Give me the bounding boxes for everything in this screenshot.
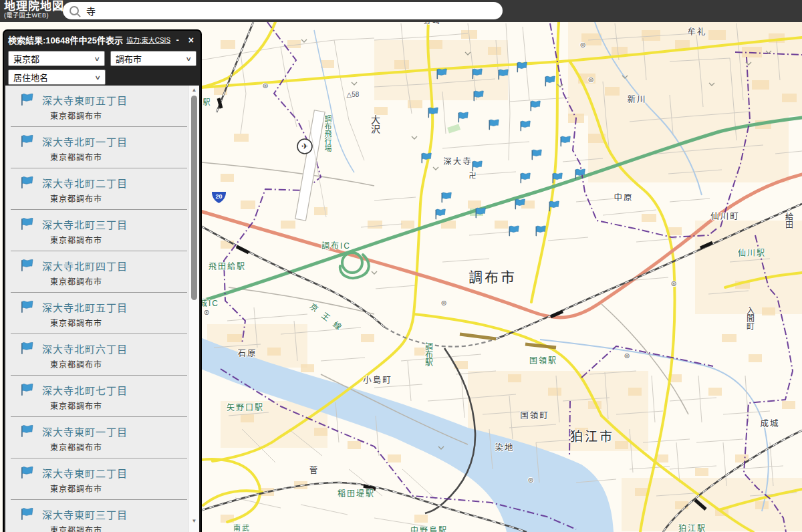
close-button[interactable]: × <box>187 35 195 45</box>
flag-icon <box>19 382 35 398</box>
scroll-up-arrow[interactable]: ▲ <box>189 86 199 94</box>
chevron-down-icon: ∨ <box>95 74 102 81</box>
search-icon <box>70 6 79 15</box>
result-item[interactable]: 深大寺北町二丁目 東京都調布市 <box>11 168 187 210</box>
result-address: 東京都調布市 <box>50 234 176 245</box>
result-address: 東京都調布市 <box>50 110 176 121</box>
result-title: 深大寺北町六丁目 <box>42 342 128 356</box>
panel-header: 検索結果:10648件中25件表示 協力:東大CSIS - × <box>4 31 200 47</box>
flag-icon <box>19 257 35 273</box>
result-title: 深大寺東町一丁目 <box>42 424 128 438</box>
chevron-down-icon: ∨ <box>94 55 101 62</box>
result-address: 東京都調布市 <box>50 358 176 370</box>
result-item[interactable]: 深大寺東町五丁目 東京都調布市 <box>11 86 187 127</box>
result-title: 深大寺北町二丁目 <box>42 176 128 190</box>
result-address: 東京都調布市 <box>50 275 176 287</box>
results-list: 深大寺東町五丁目 東京都調布市 深大寺北町一丁目 東京都調布市 深大寺北町二丁目… <box>5 86 199 532</box>
app-window: 野崎 牟礼 新川 大沢 調布飛行場 深大寺 中原 調布市 仙川町 給田 入間町 … <box>0 0 802 532</box>
credit-link[interactable]: 協力:東大CSIS <box>126 35 170 45</box>
scroll-down-arrow[interactable]: ▼ <box>189 517 199 525</box>
result-title: 深大寺北町四丁目 <box>42 259 128 273</box>
result-item[interactable]: 深大寺東町二丁目 東京都調布市 <box>11 458 187 500</box>
flag-icon <box>19 92 35 108</box>
result-title: 深大寺北町三丁目 <box>42 217 128 231</box>
result-title: 深大寺北町五丁目 <box>42 300 128 314</box>
app-logo: 地理院地図 (電子国土WEB) <box>4 1 64 19</box>
top-bar: 地理院地図 (電子国土WEB) <box>0 0 802 22</box>
search-results-panel: 検索結果:10648件中25件表示 協力:東大CSIS - × 東京都 ∨ 調布… <box>3 29 202 532</box>
result-item[interactable]: 深大寺東町一丁目 東京都調布市 <box>11 417 187 458</box>
prefecture-value: 東京都 <box>13 52 39 65</box>
result-address: 東京都調布市 <box>50 400 176 411</box>
result-address: 東京都調布市 <box>50 192 176 204</box>
flag-icon <box>19 464 35 481</box>
flag-icon <box>19 216 35 232</box>
category-value: 居住地名 <box>13 71 48 84</box>
result-title: 深大寺東町二丁目 <box>42 466 128 480</box>
result-title: 深大寺北町一丁目 <box>42 134 128 148</box>
flag-icon <box>19 423 35 439</box>
result-item[interactable]: 深大寺北町三丁目 東京都調布市 <box>11 210 187 251</box>
search-box[interactable] <box>63 2 503 19</box>
scrollbar-thumb[interactable] <box>191 96 197 300</box>
chevron-down-icon: ∨ <box>186 55 192 62</box>
minimize-button[interactable]: - <box>173 35 181 45</box>
results-scrollbar[interactable]: ▲ ▼ <box>188 86 199 532</box>
flag-icon <box>19 133 35 149</box>
result-title: 深大寺北町七丁目 <box>42 383 128 397</box>
prefecture-select[interactable]: 東京都 ∨ <box>8 51 105 66</box>
result-address: 東京都調布市 <box>50 441 176 452</box>
search-input[interactable] <box>85 5 496 17</box>
city-select[interactable]: 調布市 ∨ <box>110 51 196 66</box>
result-address: 東京都調布市 <box>50 524 176 532</box>
flag-icon <box>19 506 35 522</box>
result-item[interactable]: 深大寺北町六丁目 東京都調布市 <box>11 334 187 376</box>
route-20-number: 20 <box>215 193 222 200</box>
results-count: 検索結果:10648件中25件表示 <box>8 33 123 46</box>
result-title: 深大寺東町三丁目 <box>42 507 128 521</box>
app-subtitle: (電子国土WEB) <box>4 13 64 19</box>
result-address: 東京都調布市 <box>50 317 176 328</box>
app-title: 地理院地図 <box>4 1 64 12</box>
result-item[interactable]: 深大寺北町四丁目 東京都調布市 <box>11 251 187 293</box>
result-address: 東京都調布市 <box>50 483 176 494</box>
category-select[interactable]: 居住地名 ∨ <box>8 70 106 85</box>
result-item[interactable]: 深大寺北町七丁目 東京都調布市 <box>11 376 187 417</box>
result-title: 深大寺東町五丁目 <box>42 93 128 107</box>
result-address: 東京都調布市 <box>50 151 176 162</box>
result-item[interactable]: 深大寺北町一丁目 東京都調布市 <box>11 127 187 168</box>
filter-controls: 東京都 ∨ 調布市 ∨ 居住地名 ∨ <box>4 47 200 90</box>
flag-icon <box>19 174 35 190</box>
result-item[interactable]: 深大寺北町五丁目 東京都調布市 <box>11 293 187 334</box>
result-item[interactable]: 深大寺東町三丁目 東京都調布市 <box>11 500 187 532</box>
flag-icon <box>19 340 35 356</box>
city-value: 調布市 <box>116 52 142 65</box>
flag-icon <box>19 299 35 315</box>
